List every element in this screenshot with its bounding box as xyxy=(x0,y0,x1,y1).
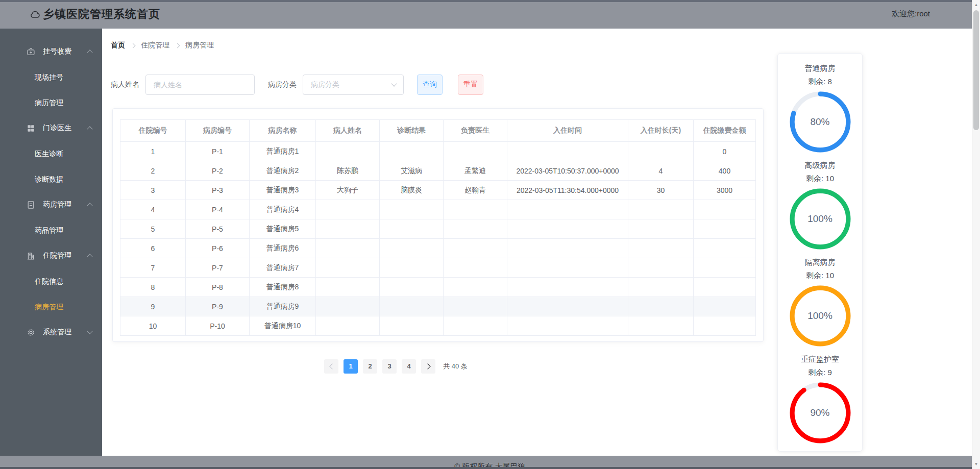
chevron-down-icon xyxy=(391,81,397,86)
chevron-up-icon xyxy=(87,126,92,132)
reset-button[interactable]: 重置 xyxy=(458,75,483,95)
sidebar-item-label: 挂号收费 xyxy=(43,47,88,56)
table-cell: 7 xyxy=(120,258,186,278)
table-cell xyxy=(444,142,507,161)
sidebar-subitem-hospitalization-info[interactable]: 住院信息 xyxy=(0,268,102,294)
table-row[interactable]: 7P-7普通病房7 xyxy=(120,258,756,278)
sidebar-item-label: 门诊医生 xyxy=(43,124,88,133)
occupancy-gauge-icu-ward: 90% xyxy=(789,382,851,444)
scrollbar-thumb[interactable] xyxy=(973,10,979,130)
ward-occupancy-panel: 普通病房剩余: 880%高级病房剩余: 10100%隔离病房剩余: 10100%… xyxy=(777,53,863,452)
page-title: 乡镇医院管理系统首页 xyxy=(43,7,160,22)
table-cell: 普通病房3 xyxy=(250,181,316,200)
table-cell xyxy=(694,316,756,336)
room-category-label: 病房分类 xyxy=(268,80,297,89)
sidebar-subitem-drug-management[interactable]: 药品管理 xyxy=(0,217,102,243)
table-cell xyxy=(380,219,444,239)
room-category-select[interactable]: 病房分类 xyxy=(303,75,404,95)
gauge-title-isolation-ward: 隔离病房 xyxy=(778,256,862,269)
document-icon xyxy=(27,201,35,209)
chevron-down-icon xyxy=(87,328,92,334)
table-cell xyxy=(694,258,756,278)
table-cell xyxy=(628,258,694,278)
table-cell: 孟繁迪 xyxy=(444,161,507,181)
sidebar-item-pharmacy-management[interactable]: 药房管理 xyxy=(0,192,102,217)
table-cell: 普通病房10 xyxy=(250,316,316,336)
chevron-up-icon xyxy=(87,203,92,208)
table-cell xyxy=(628,200,694,219)
sidebar-subitem-medical-records[interactable]: 病历管理 xyxy=(0,90,102,115)
sidebar-subitem-diagnosis-data[interactable]: 诊断数据 xyxy=(0,166,102,192)
table-cell: P-7 xyxy=(186,258,250,278)
chevron-up-icon xyxy=(87,254,92,259)
gauge-percent-label: 80% xyxy=(789,91,851,153)
table-cell xyxy=(444,297,507,316)
table-cell xyxy=(380,200,444,219)
breadcrumb-home[interactable]: 首页 xyxy=(111,41,125,50)
scroll-down-arrow-icon[interactable]: ▼ xyxy=(972,460,980,468)
table-cell: 大狗子 xyxy=(316,181,380,200)
patient-name-label: 病人姓名 xyxy=(111,80,139,89)
table-cell xyxy=(316,278,380,297)
page-button-2[interactable]: 2 xyxy=(363,359,377,374)
gauge-remaining-senior-ward: 剩余: 10 xyxy=(778,172,862,185)
patient-name-input[interactable] xyxy=(145,75,255,95)
page-button-3[interactable]: 3 xyxy=(382,359,397,374)
sidebar-subitem-ward-management[interactable]: 病房管理 xyxy=(0,294,102,319)
breadcrumb-ward-management: 病房管理 xyxy=(185,41,214,50)
sidebar-item-system-management[interactable]: 系统管理 xyxy=(0,319,102,345)
table-cell xyxy=(507,278,628,297)
table-row[interactable]: 4P-4普通病房4 xyxy=(120,200,756,219)
table-row[interactable]: 10P-10普通病房10 xyxy=(120,316,756,336)
table-cell xyxy=(628,219,694,239)
table-cell xyxy=(380,297,444,316)
table-cell: 0 xyxy=(694,142,756,161)
ward-table-card: 住院编号病房编号病房名称病人姓名诊断结果负责医生入住时间入住时长(天)住院缴费金… xyxy=(112,108,764,342)
table-cell xyxy=(507,297,628,316)
chevron-left-icon xyxy=(329,363,335,369)
table-row[interactable]: 9P-9普通病房9 xyxy=(120,297,756,316)
next-page-button[interactable] xyxy=(421,359,435,374)
column-header: 病人姓名 xyxy=(316,120,380,142)
grid-icon xyxy=(27,124,35,133)
sidebar-menu: 挂号收费现场挂号病历管理门诊医生医生诊断诊断数据药房管理药品管理住院管理住院信息… xyxy=(0,29,102,456)
sidebar-item-registration-fees[interactable]: 挂号收费 xyxy=(0,39,102,64)
table-cell: 1 xyxy=(120,142,186,161)
table-cell xyxy=(628,316,694,336)
table-row[interactable]: 3P-3普通病房3大狗子脑膜炎赵翰青2022-03-05T11:30:54.00… xyxy=(120,181,756,200)
scroll-up-arrow-icon[interactable]: ▲ xyxy=(972,1,980,9)
page-button-4[interactable]: 4 xyxy=(402,359,416,374)
prev-page-button[interactable] xyxy=(324,359,338,374)
table-row[interactable]: 2P-2普通病房2陈苏鹏艾滋病孟繁迪2022-03-05T10:50:37.00… xyxy=(120,161,756,181)
column-header: 病房名称 xyxy=(250,120,316,142)
sidebar-item-outpatient-doctor[interactable]: 门诊医生 xyxy=(0,115,102,141)
table-cell: 普通病房2 xyxy=(250,161,316,181)
sidebar-subitem-doctor-diagnosis[interactable]: 医生诊断 xyxy=(0,141,102,166)
table-cell: 2022-03-05T11:30:54.000+0000 xyxy=(507,181,628,200)
search-button[interactable]: 查询 xyxy=(417,75,443,95)
table-cell: 艾滋病 xyxy=(380,161,444,181)
table-row[interactable]: 8P-8普通病房8 xyxy=(120,278,756,297)
scrollbar[interactable]: ▲ ▼ xyxy=(972,0,980,469)
main-content: 首页 住院管理 病房管理 病人姓名 病房分类 病房分类 查询 重置 住院编号病房… xyxy=(102,29,774,456)
table-row[interactable]: 1P-1普通病房1 0 xyxy=(120,142,756,161)
column-header: 诊断结果 xyxy=(380,120,444,142)
table-cell xyxy=(507,200,628,219)
page-button-1[interactable]: 1 xyxy=(344,359,358,374)
occupancy-gauge-isolation-ward: 100% xyxy=(789,285,851,347)
table-cell xyxy=(694,278,756,297)
room-category-placeholder: 病房分类 xyxy=(311,80,339,89)
welcome-user-text: 欢迎您:root xyxy=(892,9,930,19)
sidebar-item-label: 住院管理 xyxy=(43,251,88,260)
breadcrumb-hospitalization: 住院管理 xyxy=(141,41,169,50)
table-cell xyxy=(444,258,507,278)
table-cell xyxy=(694,219,756,239)
table-cell xyxy=(316,297,380,316)
sidebar-subitem-onsite-registration[interactable]: 现场挂号 xyxy=(0,64,102,90)
table-cell: 400 xyxy=(694,161,756,181)
sidebar-item-hospitalization-management[interactable]: 住院管理 xyxy=(0,243,102,268)
table-row[interactable]: 6P-6普通病房6 xyxy=(120,239,756,258)
table-row[interactable]: 5P-5普通病房5 xyxy=(120,219,756,239)
column-header: 住院编号 xyxy=(120,120,186,142)
first-aid-kit-icon xyxy=(27,47,35,56)
